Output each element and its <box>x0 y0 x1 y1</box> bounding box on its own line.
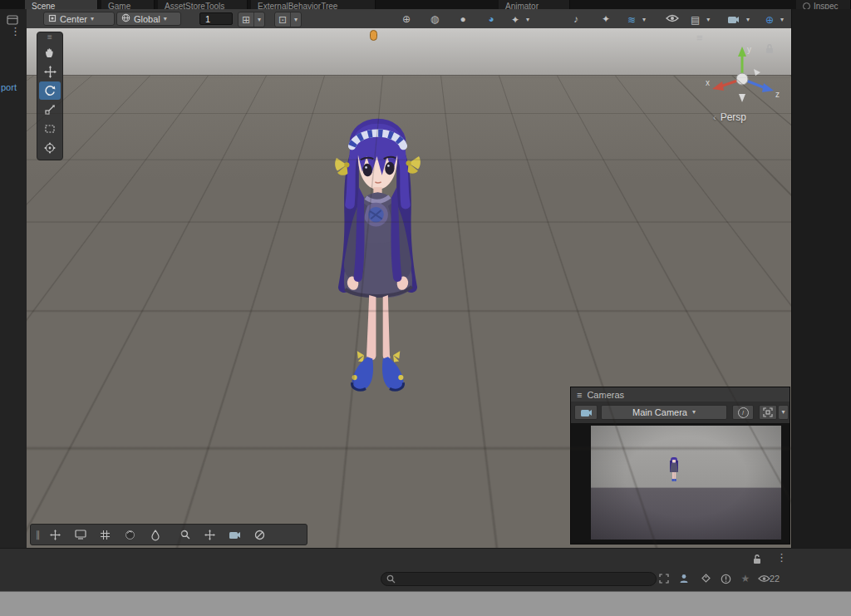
move-overlay-button[interactable] <box>200 526 220 543</box>
pivot-mode-dropdown[interactable]: Center ▾ <box>43 12 115 26</box>
search-input[interactable] <box>399 573 651 585</box>
hand-icon <box>44 47 56 58</box>
camera-type-button[interactable] <box>574 405 598 420</box>
alert-button[interactable] <box>716 570 735 587</box>
chevron-down-icon: ▾ <box>692 409 696 416</box>
waves-dropdown[interactable]: ≋ ▾ <box>623 12 650 27</box>
camera-settings-dropdown[interactable]: ▾ <box>723 12 754 27</box>
compass-overlay-button[interactable] <box>250 526 270 543</box>
scene-visibility-toggle[interactable] <box>662 12 683 26</box>
left-dock-rail: ⋮ port <box>0 9 27 548</box>
chevron-down-icon: ▾ <box>703 12 713 27</box>
axis-y-label[interactable]: y <box>747 45 751 54</box>
scene-view-toolbar: Center ▾ Global ▾ ⊞ ▾ ⊡ ▾ ⊕ ◍ ● ◕ ✦ ▾ ♪ … <box>27 9 791 29</box>
tools-overlay: ≡ <box>37 32 63 160</box>
axis-x-label[interactable]: x <box>706 78 710 87</box>
collab-button[interactable] <box>675 570 693 587</box>
view-pan-tool-button[interactable] <box>39 43 61 62</box>
scene-lighting-toggle[interactable]: ◕ <box>480 12 502 26</box>
camera-frame-button[interactable] <box>759 405 777 420</box>
orientation-gizmo[interactable]: y x z <box>702 42 782 114</box>
effects-dropdown[interactable]: ✦ ▾ <box>507 12 534 27</box>
rect-tool-button[interactable] <box>39 120 61 138</box>
pan-overlay-button[interactable] <box>46 526 66 543</box>
eye-icon <box>666 12 679 25</box>
camera-select-value: Main Camera <box>632 407 687 417</box>
scene-viewport[interactable]: ≡ <box>27 28 791 548</box>
axis-z-label[interactable]: z <box>775 90 780 99</box>
move-icon <box>204 530 215 540</box>
camera-icon <box>580 408 593 417</box>
cameras-panel-header[interactable]: ≡ Cameras <box>571 387 790 402</box>
chevron-left-icon: ‹ <box>713 113 716 122</box>
move-icon <box>50 530 61 540</box>
camera-select-dropdown[interactable]: Main Camera ▾ <box>601 405 727 420</box>
chevron-down-icon: ▾ <box>91 16 94 22</box>
scale-tool-button[interactable] <box>39 101 61 119</box>
solid-circle-toggle[interactable]: ● <box>452 12 474 26</box>
chevron-down-icon: ▾ <box>164 16 167 22</box>
screen-icon <box>75 530 86 540</box>
console-header-row: ⋮ <box>0 548 851 566</box>
inspector-icon <box>803 2 810 9</box>
overlay-grip[interactable]: ≡ <box>47 32 52 42</box>
tab-animator[interactable]: Animator <box>499 0 570 9</box>
cameras-panel-controls: Main Camera ▾ i ▾ <box>571 402 790 423</box>
grid-snap-dropdown[interactable]: ⊞ ▾ <box>238 12 265 27</box>
pivot-mode-label: Center <box>60 14 87 24</box>
move-tool-button[interactable] <box>39 62 61 81</box>
transform-tool-button[interactable] <box>39 139 61 157</box>
frame-corners-icon <box>659 574 669 584</box>
search-overlay-button[interactable] <box>175 526 195 543</box>
camera-preview-image <box>591 426 781 540</box>
flare-icon: ✦ <box>508 12 523 27</box>
tab-external-behavior[interactable]: ExternalBehaviorTree <box>251 0 376 9</box>
character-model[interactable] <box>309 87 446 416</box>
camera-more-dropdown[interactable]: ▾ <box>779 405 789 420</box>
search-field[interactable] <box>381 572 657 586</box>
view-snap-button[interactable] <box>71 526 91 543</box>
sparkle-off-icon: ✦ <box>602 14 610 24</box>
eye-icon <box>758 574 770 583</box>
info-icon: i <box>738 407 749 418</box>
grid-icon <box>100 530 111 540</box>
tag-button[interactable] <box>696 570 715 587</box>
projection-toggle[interactable]: ‹ Persp <box>713 111 746 123</box>
rail-kebab-icon[interactable]: ⋮ <box>10 26 21 37</box>
paint-overlay-button[interactable] <box>145 526 165 543</box>
camera-overlay-button[interactable] <box>225 526 245 543</box>
orientation-dropdown[interactable]: Global ▾ <box>116 12 181 26</box>
window-tab-bar: Scene Game AssetStoreTools ExternalBehav… <box>0 0 851 9</box>
cameras-panel: ≡ Cameras Main Camera ▾ i ▾ <box>570 387 790 545</box>
crosshair-toggle[interactable]: ⊕ <box>396 12 417 26</box>
layers-dropdown[interactable]: ▤ ▾ <box>686 12 714 27</box>
alert-icon <box>721 574 731 584</box>
bottom-panel-strip <box>0 591 851 616</box>
snap-size-input[interactable] <box>199 12 233 25</box>
tab-inspector[interactable]: Inspec <box>796 0 851 9</box>
shaded-globe-icon: ◍ <box>430 14 439 24</box>
snap-settings-dropdown[interactable]: ⊡ ▾ <box>274 12 302 27</box>
rotate-tool-button[interactable] <box>39 81 61 100</box>
docked-viewport-tab[interactable]: port <box>1 82 17 92</box>
frame-icon <box>763 407 773 417</box>
footer-grip[interactable]: ∥ <box>36 530 41 540</box>
pivot-handle[interactable] <box>370 30 377 41</box>
shaded-globe-toggle[interactable]: ◍ <box>424 12 445 26</box>
star-button[interactable]: ★ <box>736 570 755 587</box>
audio-mute-toggle[interactable]: ♪ <box>565 12 587 26</box>
effects-off-toggle[interactable]: ✦ <box>595 12 617 26</box>
star-icon: ★ <box>741 573 750 584</box>
tab-scene[interactable]: Scene <box>25 0 98 9</box>
chevron-down-icon: ▾ <box>781 409 785 416</box>
console-kebab-icon[interactable]: ⋮ <box>776 552 787 563</box>
tab-asset-store[interactable]: AssetStoreTools <box>158 0 248 9</box>
crosshair-icon: ⊕ <box>402 14 411 24</box>
camera-info-button[interactable]: i <box>732 405 754 420</box>
cameras-panel-title: Cameras <box>587 390 624 400</box>
grid-overlay-button[interactable] <box>96 526 116 543</box>
skybox-toggle-button[interactable] <box>121 526 140 543</box>
maximize-button[interactable] <box>655 570 673 587</box>
tab-game[interactable]: Game <box>101 0 155 9</box>
gizmos-dropdown[interactable]: ⊕ ▾ <box>761 12 788 27</box>
